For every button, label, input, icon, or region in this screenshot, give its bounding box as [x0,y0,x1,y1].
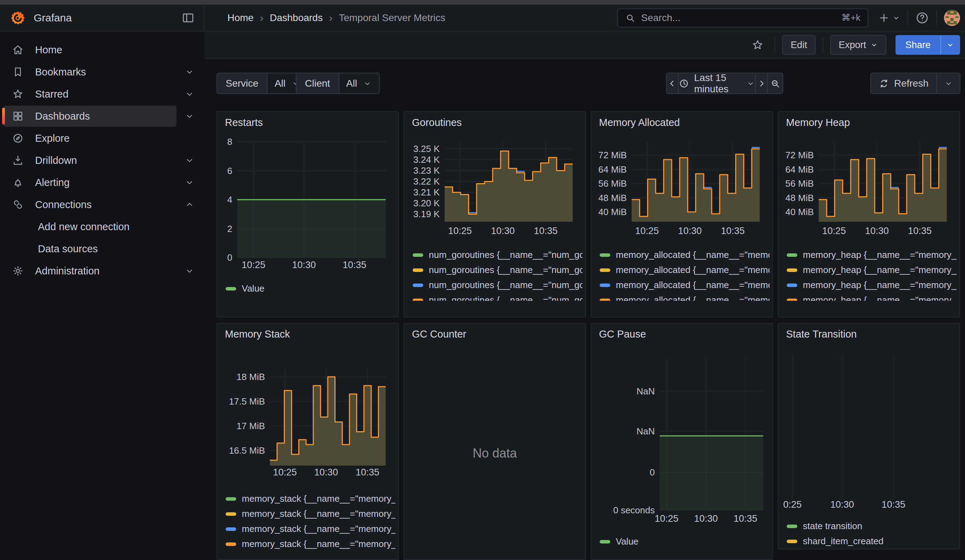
svg-text:10:25: 10:25 [242,260,266,270]
dock-menu-icon[interactable] [182,11,195,24]
breadcrumb-item-temporal-server-metrics: Temporal Server Metrics [339,12,445,23]
legend-item[interactable]: memory_allocated {__name__="memo [600,278,770,292]
chevron-down-icon[interactable] [183,65,196,79]
sidebar-item-starred[interactable]: Starred [3,83,177,104]
legend-item[interactable]: memory_allocated {__name__="memo [600,292,770,301]
svg-text:3.25 K: 3.25 K [413,144,440,154]
legend-item[interactable]: num_goroutines {__name__="num_go [413,247,582,263]
legend-item[interactable]: Value [600,534,770,549]
legend: Value [226,281,396,318]
edit-button[interactable]: Edit [782,35,816,55]
legend-item[interactable]: memory_allocated {__name__="memo [600,247,770,263]
legend-item[interactable]: memory_heap {__name__="memory_h [787,278,957,292]
export-button[interactable]: Export [830,35,886,55]
clock-icon [679,78,689,89]
legend-color-pill [413,299,423,301]
svg-text:10:30: 10:30 [678,225,702,236]
share-chevron-button[interactable] [940,35,960,55]
legend-item[interactable]: memory_stack {__name__="memory_s [226,491,396,506]
legend: memory_stack {__name__="memory_smemory_s… [226,491,396,560]
sidebar-item-explore[interactable]: Explore [3,128,177,149]
legend-item[interactable]: num_goroutines {__name__="num_go [413,263,582,278]
panel-title[interactable]: GC Counter [412,328,466,340]
svg-text:64 MiB: 64 MiB [785,164,814,175]
refresh-button[interactable]: Refresh [870,73,937,94]
search-input[interactable]: Search... ⌘+k [617,8,868,28]
svg-text:2: 2 [227,224,232,234]
svg-text:0:25: 0:25 [783,499,802,510]
sidebar-item-label: Bookmarks [35,66,86,78]
grafana-logo[interactable] [10,10,26,26]
sidebar-item-add-new-connection[interactable]: Add new connection [3,216,177,237]
legend-label: num_goroutines {__name__="num_go [429,264,582,276]
legend-item[interactable]: num_goroutines {__name__="num_go [413,292,582,301]
variable-value-dropdown[interactable]: All [339,73,380,94]
svg-text:10:25: 10:25 [273,467,297,478]
legend-color-pill [226,497,236,501]
svg-text:4: 4 [227,194,232,205]
help-icon[interactable] [915,11,929,25]
svg-text:56 MiB: 56 MiB [785,178,814,189]
legend-item[interactable]: shard_item_created [787,534,957,549]
variable-client: ClientAll [296,73,380,94]
chevron-up-icon[interactable] [183,198,196,212]
chart-state-transition[interactable]: 0:2510:3010:35 [778,323,959,550]
chevron-down-icon[interactable] [183,153,196,167]
add-chevron-icon[interactable] [892,14,900,22]
sidebar-item-label: Home [35,44,62,56]
favorite-star-icon[interactable] [751,39,764,51]
time-range-forward-button[interactable] [755,73,768,94]
legend-item[interactable]: memory_heap {__name__="memory_h [787,292,957,301]
sidebar-item-administration[interactable]: Administration [3,260,177,281]
zoom-out-button[interactable] [767,73,783,94]
chevron-down-icon[interactable] [183,175,196,189]
legend-item[interactable]: memory_stack {__name__="memory_s [226,506,396,521]
time-range-picker[interactable]: Last 15 minutes [678,73,756,94]
legend-item[interactable]: memory_stack {__name__="memory_s [226,521,396,537]
svg-text:10:30: 10:30 [491,225,515,236]
breadcrumb-item-dashboards[interactable]: Dashboards [270,12,323,23]
share-button[interactable]: Share [896,35,940,55]
time-range-label: Last 15 minutes [694,72,741,95]
variable-label: Service [216,73,267,94]
svg-text:10:30: 10:30 [694,513,718,524]
legend-item[interactable]: memory_allocated {__name__="memo [600,263,770,278]
time-range-back-button[interactable] [666,73,679,94]
svg-text:10:25: 10:25 [655,513,679,524]
refresh-interval-dropdown[interactable] [936,73,960,94]
legend-item[interactable]: num_goroutines {__name__="num_go [413,278,582,292]
sidebar-item-alerting[interactable]: Alerting [3,172,177,193]
svg-text:3.20 K: 3.20 K [413,198,440,208]
legend-color-pill [413,268,423,272]
svg-text:10:35: 10:35 [534,225,558,236]
legend-color-pill [787,524,797,528]
breadcrumb-item-home[interactable]: Home [227,12,254,23]
chevron-down-icon[interactable] [183,87,196,101]
avatar[interactable] [944,10,960,26]
sidebar-item-bookmarks[interactable]: Bookmarks [3,61,177,82]
svg-text:10:30: 10:30 [830,499,854,510]
bookmark-icon [12,66,24,78]
sidebar-item-dashboards[interactable]: Dashboards [3,106,177,127]
sidebar-item-label: Drilldown [35,155,77,166]
legend-item[interactable]: state transition [787,519,957,534]
chevron-down-icon[interactable] [183,109,196,123]
chevron-down-icon [363,79,372,88]
add-button[interactable] [878,12,890,24]
svg-text:3.19 K: 3.19 K [413,209,440,219]
chevron-down-icon[interactable] [183,264,196,278]
sidebar-item-connections[interactable]: Connections [3,194,177,215]
gear-icon [12,265,24,277]
panel-memory-heap: Memory Heap72 MiB64 MiB56 MiB48 MiB40 Mi… [778,111,960,318]
sidebar-item-home[interactable]: Home [3,39,177,60]
svg-text:72 MiB: 72 MiB [785,150,814,160]
legend-item[interactable]: memory_stack {__name__="memory_s [226,537,396,552]
legend-item[interactable]: memory_heap {__name__="memory_h [787,247,957,263]
sidebar-item-drilldown[interactable]: Drilldown [3,150,177,171]
legend-item[interactable]: Value [226,281,396,296]
sidebar-item-data-sources[interactable]: Data sources [3,238,177,259]
legend-item[interactable]: memory_heap {__name__="memory_h [787,263,957,278]
chart-gc-pause[interactable]: NaNNaN00 seconds10:2510:3010:35 [591,323,772,560]
breadcrumb: Home›Dashboards›Temporal Server Metrics [227,12,445,24]
refresh-icon [879,78,889,89]
